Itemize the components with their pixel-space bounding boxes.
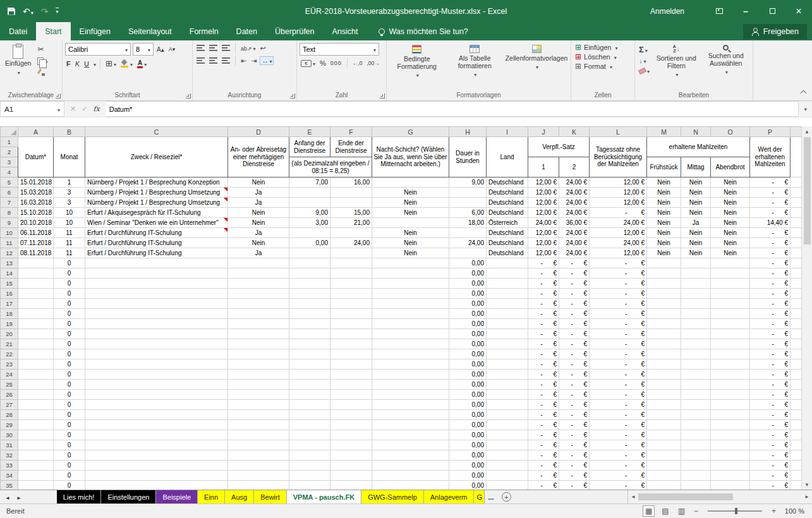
maximize-button[interactable] <box>759 0 785 22</box>
align-center-button[interactable] <box>208 57 219 64</box>
cell-B18[interactable]: 0 <box>54 309 85 319</box>
cell-N15[interactable] <box>681 279 711 289</box>
cell-P19[interactable]: - € <box>750 319 791 329</box>
autosum-button[interactable] <box>638 44 651 55</box>
cell-A25[interactable] <box>18 380 54 390</box>
cell-H18[interactable]: 0,00 <box>449 309 487 319</box>
normal-view-icon[interactable] <box>643 505 655 517</box>
cell-M29[interactable] <box>647 420 681 430</box>
cell-F34[interactable] <box>330 471 372 481</box>
cell-J13[interactable]: - € <box>528 258 559 268</box>
fill-color-button[interactable] <box>119 59 134 68</box>
cell-N16[interactable] <box>681 289 711 299</box>
header-dezimal-hinweis[interactable]: (als Dezimalzahl eingeben / 08:15 = 8,25… <box>289 157 372 178</box>
cell-P29[interactable]: - € <box>750 420 791 430</box>
row-header-22[interactable]: 22 <box>1 349 18 359</box>
cell-I14[interactable] <box>487 268 528 279</box>
cell-P16[interactable]: - € <box>750 289 791 299</box>
percent-style-button[interactable]: % <box>318 59 327 68</box>
cell-B25[interactable]: 0 <box>54 380 85 390</box>
cell-P15[interactable]: - € <box>750 279 791 289</box>
cell-N20[interactable] <box>681 329 711 339</box>
cell-I21[interactable] <box>487 339 528 349</box>
cell-O35[interactable] <box>711 481 750 490</box>
cell-P28[interactable]: - € <box>750 410 791 420</box>
header-fruehstueck[interactable]: Frühstück <box>647 157 681 178</box>
cell-B28[interactable]: 0 <box>54 410 85 420</box>
cell-P17[interactable]: - € <box>750 299 791 309</box>
cell-O24[interactable] <box>711 370 750 380</box>
cell-B31[interactable]: 0 <box>54 440 85 450</box>
customize-quick-access-icon[interactable] <box>56 8 58 15</box>
cell-M23[interactable] <box>647 359 681 370</box>
cell-D25[interactable] <box>228 380 289 390</box>
cell-M27[interactable] <box>647 400 681 410</box>
cell-K25[interactable]: - € <box>559 380 590 390</box>
cell-C24[interactable] <box>85 370 228 380</box>
cell-F21[interactable] <box>330 339 372 349</box>
col-header-H[interactable]: H <box>449 127 487 137</box>
cell-O16[interactable] <box>711 289 750 299</box>
cell-I32[interactable] <box>487 450 528 461</box>
select-all-corner[interactable] <box>1 127 18 137</box>
zoom-in-icon[interactable] <box>770 506 778 516</box>
cell-I15[interactable] <box>487 279 528 289</box>
cell-C7[interactable]: Nürnberg / Projekt 1 / Besprechung Umset… <box>85 198 228 208</box>
sort-filter-button[interactable]: Sortieren und Filtern <box>653 43 700 90</box>
cell-A17[interactable] <box>18 299 54 309</box>
cell-E17[interactable] <box>289 299 330 309</box>
vertical-scroll-thumb[interactable] <box>804 137 811 244</box>
cell-H22[interactable]: 0,00 <box>449 349 487 359</box>
vertical-scrollbar[interactable] <box>801 126 812 490</box>
cell-N32[interactable] <box>681 450 711 461</box>
increase-decimal-button[interactable] <box>351 59 364 67</box>
alignment-dialog-launcher[interactable] <box>290 93 295 99</box>
row-header-17[interactable]: 17 <box>1 299 18 309</box>
tab-datei[interactable]: Datei <box>0 22 36 40</box>
sheet-tab-einstellungen[interactable]: Einstellungen <box>101 490 156 503</box>
cell-J16[interactable]: - € <box>528 289 559 299</box>
row-header-30[interactable]: 30 <box>1 430 18 440</box>
cell-A5[interactable]: 15.01.2018 <box>18 178 54 188</box>
cell-M28[interactable] <box>647 410 681 420</box>
cell-J32[interactable]: - € <box>528 450 559 461</box>
tab-seitenlayout[interactable]: Seitenlayout <box>119 22 181 40</box>
cell-F15[interactable] <box>330 279 372 289</box>
scroll-down-icon[interactable] <box>802 479 812 490</box>
cell-C6[interactable]: Nürnberg / Projekt 1 / Besprechung Umset… <box>85 188 228 198</box>
cell-O23[interactable] <box>711 359 750 370</box>
cell-L6[interactable]: 12,00 € <box>590 188 647 198</box>
cell-D33[interactable] <box>228 461 289 471</box>
cell-F26[interactable] <box>330 390 372 400</box>
cell-D28[interactable] <box>228 410 289 420</box>
row-header-34[interactable]: 34 <box>1 471 18 481</box>
cell-A20[interactable] <box>18 329 54 339</box>
cell-G20[interactable] <box>372 329 449 339</box>
row-header-11[interactable]: 11 <box>1 238 18 248</box>
cell-E16[interactable] <box>289 289 330 299</box>
cell-M8[interactable]: Nein <box>647 208 681 218</box>
row-header-12[interactable]: 12 <box>1 248 18 258</box>
cell-G17[interactable] <box>372 299 449 309</box>
delete-cells-button[interactable]: ⊞Löschen <box>574 52 632 61</box>
orientation-button[interactable] <box>239 44 257 52</box>
cell-N12[interactable]: Nein <box>681 248 711 258</box>
cell-N25[interactable] <box>681 380 711 390</box>
cell-M30[interactable] <box>647 430 681 440</box>
cell-D12[interactable]: Ja <box>228 248 289 258</box>
cell-K28[interactable]: - € <box>559 410 590 420</box>
cell-K23[interactable]: - € <box>559 359 590 370</box>
cell-D30[interactable] <box>228 430 289 440</box>
cell-N7[interactable]: Nein <box>681 198 711 208</box>
cell-I27[interactable] <box>487 400 528 410</box>
cell-A8[interactable]: 15.10.2018 <box>18 208 54 218</box>
cell-D11[interactable]: Nein <box>228 238 289 248</box>
cell-O29[interactable] <box>711 420 750 430</box>
cell-A28[interactable] <box>18 410 54 420</box>
cell-N29[interactable] <box>681 420 711 430</box>
cell-O7[interactable]: Nein <box>711 198 750 208</box>
cell-P5[interactable]: - € <box>750 178 791 188</box>
cell-G28[interactable] <box>372 410 449 420</box>
cell-I17[interactable] <box>487 299 528 309</box>
minimize-button[interactable] <box>732 0 759 22</box>
